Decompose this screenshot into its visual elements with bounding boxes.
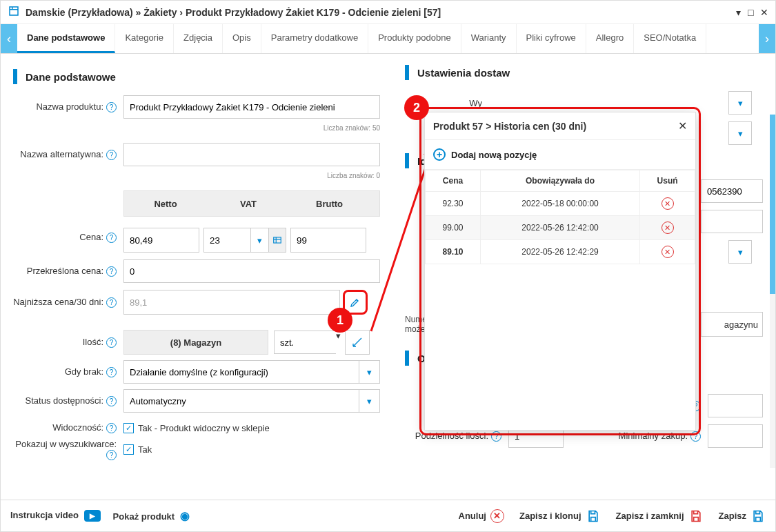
minimize-icon[interactable]: ▾ — [736, 7, 741, 18]
help-icon[interactable]: ? — [106, 396, 117, 406]
save-icon — [586, 509, 601, 524]
help-icon[interactable]: ? — [106, 233, 117, 243]
popup-close-icon[interactable]: ✕ — [678, 119, 687, 132]
delivery-dd-1[interactable]: ▾ — [728, 91, 752, 115]
tab-scroll-right[interactable]: › — [759, 24, 775, 53]
cancel-button[interactable]: Anuluj✕ — [459, 509, 504, 523]
netto-input[interactable] — [123, 228, 199, 253]
lowest30-input — [123, 290, 340, 315]
help-icon[interactable]: ? — [106, 423, 117, 433]
show-product-link[interactable]: Pokaż produkt ◉ — [113, 509, 190, 522]
tab-pliki-cyfrowe[interactable]: Pliki cyfrowe — [517, 24, 586, 53]
when-empty-dropdown[interactable]: ▾ — [359, 360, 380, 384]
help-icon[interactable]: ? — [106, 367, 117, 377]
unit-dropdown[interactable]: ▾ — [336, 331, 341, 354]
crossed-price-input[interactable] — [123, 259, 380, 283]
app-icon — [8, 5, 20, 19]
save-close-icon — [688, 509, 704, 524]
callout-2: 2 — [404, 95, 429, 120]
play-icon: ▶ — [84, 510, 101, 522]
save-button[interactable]: Zapisz — [719, 509, 766, 524]
availability-select[interactable] — [123, 389, 359, 413]
alt-name-input[interactable] — [123, 143, 380, 166]
save-icon — [750, 509, 766, 524]
min-order-input[interactable] — [708, 424, 763, 448]
price-history-popup: Produkt 57 > Historia cen (30 dni) ✕ + D… — [419, 107, 701, 435]
product-name-input[interactable] — [123, 95, 380, 119]
save-clone-button[interactable]: Zapisz i klonuj — [519, 509, 601, 524]
delivery-dd-2[interactable]: ▾ — [728, 121, 752, 145]
close-icon[interactable]: ✕ — [760, 7, 768, 18]
price-history-table: Cena Obowiązywała do Usuń 92.302022-05-1… — [425, 170, 695, 264]
label-product-name: Nazwa produktu: — [36, 101, 103, 112]
tab-dane-podstawowe[interactable]: Dane podstawowe — [17, 24, 115, 53]
table-row: 89.102022-05-26 12:42:29✕ — [426, 240, 695, 264]
warehouse-button[interactable]: agazynu — [701, 312, 763, 337]
tab-zdj-cia[interactable]: Zdjęcia — [174, 24, 223, 53]
tab-allegro[interactable]: Allegro — [586, 24, 634, 53]
tab-parametry-dodatkowe[interactable]: Parametry dodatkowe — [261, 24, 368, 53]
title-bar: Damskie (Przykładowa) » Żakiety › Produk… — [1, 1, 775, 24]
label-lowest30: Najniższa cena/30 dni: — [13, 297, 103, 307]
popup-title: Produkt 57 > Historia cen (30 dni) — [433, 121, 678, 132]
help-icon[interactable]: ? — [106, 337, 117, 348]
tab-kategorie[interactable]: Kategorie — [115, 24, 174, 53]
tab-opis[interactable]: Opis — [223, 24, 261, 53]
window-title: Damskie (Przykładowa) » Żakiety › Produk… — [26, 7, 732, 18]
tab-seo-notatka[interactable]: SEO/Notatka — [634, 24, 706, 53]
label-price: Cena: — [79, 232, 103, 242]
help-icon[interactable]: ? — [106, 450, 117, 460]
brutto-input[interactable] — [290, 228, 366, 253]
ident-input[interactable] — [701, 179, 763, 203]
label-crossed: Przekreślona cena: — [27, 266, 103, 276]
footer: Instrukcja video ▶ Pokaż produkt ◉ Anulu… — [1, 500, 775, 531]
delete-row-button[interactable]: ✕ — [661, 221, 674, 234]
callout-1: 1 — [328, 308, 352, 333]
table-row: 99.002022-05-26 12:42:00✕ — [426, 216, 695, 240]
label-alt-name: Nazwa alternatywna: — [20, 149, 103, 159]
delete-row-button[interactable]: ✕ — [661, 197, 674, 210]
tab-produkty-podobne[interactable]: Produkty podobne — [368, 24, 461, 53]
scrollbar[interactable] — [770, 115, 775, 468]
save-close-button[interactable]: Zapisz i zamknij — [616, 509, 704, 524]
cancel-icon: ✕ — [490, 509, 504, 523]
vat-dropdown[interactable]: ▾ — [250, 228, 268, 253]
stock-button[interactable]: (8) Magazyn — [123, 330, 268, 355]
tab-scroll-left[interactable]: ‹ — [1, 24, 17, 53]
pack-qty-input[interactable] — [708, 394, 763, 417]
plus-icon: + — [433, 148, 446, 161]
svg-rect-0 — [274, 237, 281, 243]
visibility-checkbox[interactable]: ✓ — [123, 423, 134, 433]
table-row: 92.302022-05-18 00:00:00✕ — [426, 192, 695, 216]
ruler-button[interactable] — [345, 330, 370, 355]
when-empty-select[interactable] — [123, 360, 359, 384]
help-icon[interactable]: ? — [106, 102, 117, 112]
popup-add-button[interactable]: + Dodaj nową pozycję — [425, 140, 695, 170]
section-basic: Dane podstawowe — [26, 71, 116, 83]
help-icon[interactable]: ? — [106, 297, 117, 308]
unit-input[interactable] — [274, 331, 336, 354]
tab-warianty[interactable]: Warianty — [461, 24, 517, 53]
maximize-icon[interactable]: □ — [748, 7, 753, 18]
delete-row-button[interactable]: ✕ — [661, 246, 674, 258]
help-icon[interactable]: ? — [106, 150, 117, 160]
help-icon[interactable]: ? — [106, 266, 117, 277]
eye-icon: ◉ — [180, 510, 190, 522]
ko-dd[interactable]: ▾ — [728, 240, 752, 264]
search-checkbox[interactable]: ✓ — [123, 444, 134, 455]
instruction-video-link[interactable]: Instrukcja video ▶ — [10, 510, 101, 522]
vat-input[interactable] — [203, 228, 250, 253]
price-header: Netto VAT Brutto — [123, 190, 380, 217]
tabs: ‹ Dane podstawoweKategorieZdjęciaOpisPar… — [1, 24, 775, 54]
availability-dropdown[interactable]: ▾ — [359, 389, 380, 413]
vat-extra-button[interactable] — [268, 228, 286, 253]
section-delivery: Ustawienia dostaw — [417, 67, 510, 79]
